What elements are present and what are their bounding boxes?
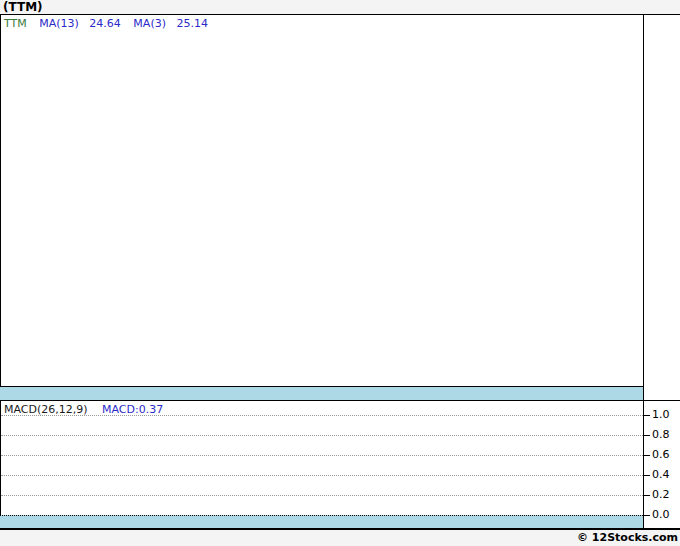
y-axis-tick [644,455,650,456]
y-axis-tick-label: 0.2 [652,488,680,502]
legend-ma13-value: 24.64 [89,17,121,30]
macd-gridline [1,455,643,456]
y-axis-tick [644,495,650,496]
main-chart-legend: TTM MA(13) 24.64 MA(3) 25.14 [4,17,217,30]
chart-left-border [0,15,1,529]
macd-gridline [1,495,643,496]
symbol-title: (TTM) [3,0,43,14]
macd-gridline [1,475,643,476]
y-axis-line [643,15,644,529]
y-axis-tick-label: 0.4 [652,468,680,482]
y-axis-tick-label: 1.0 [652,408,680,422]
macd-gridline [1,435,643,436]
panel-separator-line [0,400,680,401]
legend-symbol: TTM [4,17,27,30]
watermark-credit: © 12Stocks.com [577,531,678,544]
y-axis-tick [644,475,650,476]
y-axis-tick [644,415,650,416]
macd-gridline [1,415,643,416]
y-axis-tick-label: 0.8 [652,428,680,442]
y-axis-tick [644,515,650,516]
y-axis-tick-label: 0.0 [652,508,680,522]
chart-header: (TTM) [0,0,680,15]
legend-ma13-label: MA(13) [39,17,79,30]
y-axis-tick [644,435,650,436]
stock-chart-screen: { "header": { "title": "(TTM)" }, "main_… [0,0,680,546]
macd-zero-band [0,515,643,528]
legend-ma3-value: 25.14 [176,17,208,30]
y-axis-tick-label: 0.6 [652,448,680,462]
legend-ma3-label: MA(3) [133,17,166,30]
main-panel-bottom-band [0,386,643,400]
chart-footer: © 12Stocks.com [0,530,680,546]
